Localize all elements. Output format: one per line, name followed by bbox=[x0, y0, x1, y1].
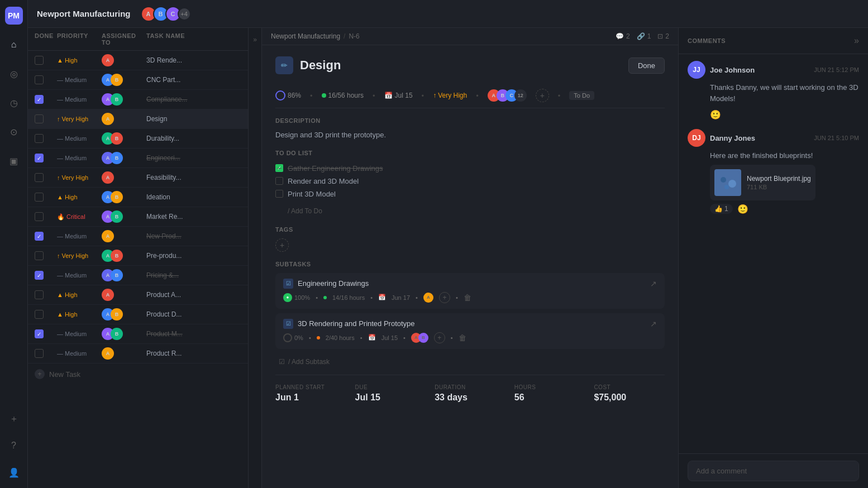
assignee-count[interactable]: 12 bbox=[514, 89, 527, 102]
task-checkbox-15[interactable] bbox=[35, 349, 44, 358]
task-checkbox-4[interactable] bbox=[35, 134, 44, 143]
subtask-2-avatar-2[interactable]: B bbox=[418, 333, 428, 343]
todo-item-3[interactable]: Print 3D Model bbox=[275, 188, 665, 200]
task-row[interactable]: ✓ —Medium A New Prod... bbox=[28, 227, 248, 246]
todo-check-3[interactable] bbox=[275, 190, 283, 198]
status-meta[interactable]: To Do bbox=[569, 91, 594, 100]
subtask-2-delete-btn[interactable]: 🗑 bbox=[459, 333, 466, 342]
task-row[interactable]: ↑Very High A Design bbox=[28, 109, 248, 129]
task-row[interactable]: 🔥Critical A B Market Re... bbox=[28, 207, 248, 227]
assignee-avatar: B bbox=[111, 210, 123, 223]
subtask-1-progress: ● 100% bbox=[283, 293, 310, 302]
add-assignee-button[interactable]: + bbox=[536, 89, 549, 102]
breadcrumb-project[interactable]: Newport Manufacturing bbox=[271, 32, 340, 40]
collapse-comments-btn[interactable]: » bbox=[854, 36, 859, 46]
comment-2-attachment[interactable]: Newport Blueprint.jpg 711 KB bbox=[710, 165, 815, 200]
task-checkbox-13[interactable] bbox=[35, 310, 44, 319]
task-row[interactable]: ✓ —Medium A B Product M... bbox=[28, 324, 248, 344]
task-checkbox-7[interactable] bbox=[35, 193, 44, 202]
col-priority: PRIORITY bbox=[57, 32, 102, 46]
add-icon[interactable]: ＋ bbox=[5, 410, 23, 428]
task-done-check[interactable] bbox=[35, 134, 57, 143]
task-done-check[interactable]: ✓ bbox=[35, 154, 57, 162]
task-checkbox-2[interactable]: ✓ bbox=[35, 95, 44, 104]
task-name-15: Product R... bbox=[146, 350, 241, 357]
member-count-badge[interactable]: +4 bbox=[178, 7, 191, 21]
task-done-check[interactable]: ✓ bbox=[35, 232, 57, 241]
done-button[interactable]: Done bbox=[628, 58, 665, 74]
task-done-check[interactable] bbox=[35, 212, 57, 221]
task-checkbox-14[interactable]: ✓ bbox=[35, 329, 44, 338]
help-icon[interactable]: ? bbox=[5, 437, 23, 454]
task-checkbox-10[interactable] bbox=[35, 251, 44, 260]
comment-2-emoji-btn[interactable]: 🙂 bbox=[737, 204, 748, 214]
hours-dot-icon bbox=[322, 93, 326, 98]
task-done-check[interactable] bbox=[35, 310, 57, 319]
add-task-row[interactable]: + New Task bbox=[28, 363, 248, 385]
task-checkbox-6[interactable] bbox=[35, 173, 44, 182]
expand-collapse-btn[interactable]: » bbox=[249, 28, 262, 488]
task-row[interactable]: ✓ —Medium A B Compliance... bbox=[28, 90, 248, 109]
task-checkbox-3[interactable] bbox=[35, 114, 44, 123]
task-done-check[interactable]: ✓ bbox=[35, 95, 57, 104]
assignee-avatar: B bbox=[111, 93, 123, 106]
attachment-thumbnail bbox=[714, 169, 741, 196]
task-row[interactable]: —Medium A B CNC Part... bbox=[28, 70, 248, 90]
task-row[interactable]: —Medium A Product R... bbox=[28, 344, 248, 363]
task-row[interactable]: ↑Very High A Feasibility... bbox=[28, 168, 248, 188]
add-tag-button[interactable]: + bbox=[275, 238, 289, 252]
subtask-1-avatar[interactable]: A bbox=[423, 293, 433, 303]
reaction-thumbsup[interactable]: 👍 1 bbox=[710, 204, 733, 214]
comment-input-field[interactable] bbox=[688, 461, 859, 481]
task-checkbox-1[interactable] bbox=[35, 75, 44, 84]
footer-stats: PLANNED START Jun 1 DUE Jul 15 DURATION … bbox=[275, 375, 665, 412]
todo-check-2[interactable] bbox=[275, 177, 283, 185]
task-done-check[interactable]: ✓ bbox=[35, 329, 57, 338]
todo-item-2[interactable]: Render and 3D Model bbox=[275, 175, 665, 188]
folder-icon[interactable]: ▣ bbox=[5, 152, 23, 170]
home-icon[interactable]: ⌂ bbox=[5, 36, 23, 54]
subtask-2-name[interactable]: 3D Rendering and Printed Prototype bbox=[298, 319, 646, 328]
task-done-check[interactable] bbox=[35, 173, 57, 182]
task-done-check[interactable] bbox=[35, 56, 57, 65]
subtask-1-delete-btn[interactable]: 🗑 bbox=[464, 293, 471, 302]
task-done-check[interactable]: ✓ bbox=[35, 271, 57, 280]
users-icon[interactable]: ⊙ bbox=[5, 123, 23, 141]
task-done-check[interactable] bbox=[35, 290, 57, 299]
task-checkbox-12[interactable] bbox=[35, 290, 44, 299]
notifications-icon[interactable]: ◎ bbox=[5, 65, 23, 83]
task-row[interactable]: ✓ —Medium A B Pricing &... bbox=[28, 266, 248, 285]
task-done-check[interactable] bbox=[35, 75, 57, 84]
user-profile-icon[interactable]: 👤 bbox=[5, 463, 23, 481]
task-row[interactable]: ▲High A 3D Rende... bbox=[28, 51, 248, 70]
task-checkbox-8[interactable] bbox=[35, 212, 44, 221]
subtask-1-name[interactable]: Engineering Drawings bbox=[298, 279, 646, 288]
comment-1-emoji-btn[interactable]: 🙂 bbox=[710, 110, 721, 119]
add-subtask-button[interactable]: ☑ / Add Subtask bbox=[275, 353, 665, 366]
task-done-check[interactable] bbox=[35, 251, 57, 260]
task-row[interactable]: ▲High A Product A... bbox=[28, 285, 248, 305]
comments-body: JJ Joe Johnson JUN 21 5:12 PM Thanks Dan… bbox=[679, 54, 868, 453]
task-checkbox-5[interactable]: ✓ bbox=[35, 154, 44, 162]
task-checkbox-11[interactable]: ✓ bbox=[35, 271, 44, 280]
task-row[interactable]: ↑Very High A B Pre-produ... bbox=[28, 246, 248, 266]
task-done-check[interactable] bbox=[35, 193, 57, 202]
task-done-check[interactable] bbox=[35, 349, 57, 358]
subtask-2-add-btn[interactable]: + bbox=[434, 332, 445, 343]
task-checkbox-0[interactable] bbox=[35, 56, 44, 65]
task-row[interactable]: ▲High A B Ideation bbox=[28, 188, 248, 207]
task-checkbox-9[interactable]: ✓ bbox=[35, 232, 44, 241]
task-row[interactable]: ▲High A B Product D... bbox=[28, 305, 248, 324]
subtask-2-icon: ☑ bbox=[283, 319, 293, 329]
todo-item-1[interactable]: ✓ Gather Engineering Drawings bbox=[275, 162, 665, 175]
subtask-1-add-btn[interactable]: + bbox=[439, 292, 450, 303]
add-todo-button[interactable]: / Add To Do bbox=[275, 205, 665, 217]
task-row[interactable]: —Medium A B Durability... bbox=[28, 129, 248, 149]
subtask-1-link-icon[interactable]: ↗ bbox=[650, 279, 657, 288]
due-date-meta: 📅 Jul 15 bbox=[384, 92, 413, 99]
app-logo[interactable]: PM bbox=[5, 7, 23, 25]
subtask-2-link-icon[interactable]: ↗ bbox=[650, 319, 657, 328]
task-row[interactable]: ✓ —Medium A B Engineeri... bbox=[28, 149, 248, 168]
task-done-check[interactable] bbox=[35, 114, 57, 123]
clock-icon[interactable]: ◷ bbox=[5, 94, 23, 112]
